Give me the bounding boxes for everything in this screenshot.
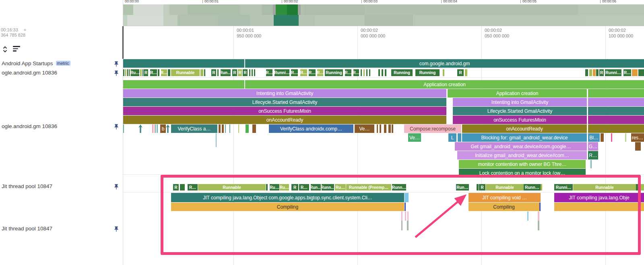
slice-marker[interactable]	[585, 69, 588, 76]
slice-marker[interactable]	[385, 69, 386, 76]
slice-marker[interactable]	[384, 124, 386, 133]
slice-marker[interactable]	[200, 69, 203, 76]
pin-icon[interactable]	[113, 70, 120, 77]
slice-marker[interactable]	[123, 80, 244, 89]
slice-marker[interactable]	[588, 98, 644, 106]
sidebar-track-label[interactable]: Jit thread pool 10847	[2, 183, 52, 189]
slice-main-thread-states[interactable]: R…	[291, 69, 298, 76]
slice-marker[interactable]	[465, 69, 467, 76]
slice-main-thread-states[interactable]: R	[238, 69, 242, 76]
slice-flame-row-8[interactable]: Initialize gmail_android_wear.device#com…	[457, 151, 587, 159]
instant-event-arrow[interactable]	[138, 124, 142, 133]
slice-flame-row-5[interactable]: b	[160, 124, 166, 133]
slice-flame-row-6[interactable]: Ve…	[408, 133, 421, 142]
slice-marker[interactable]	[229, 124, 230, 133]
slice-main-thread-states[interactable]: R…	[353, 69, 359, 76]
pin-icon[interactable]	[113, 184, 120, 190]
slice-marker[interactable]	[249, 69, 250, 76]
slice-flame-row-8[interactable]: R…	[588, 151, 598, 159]
slice-flame-row-5[interactable]: VerifyClass androidx.comp…	[269, 124, 353, 133]
slice-main-thread-states[interactable]: R	[599, 69, 604, 76]
slice-marker[interactable]	[168, 69, 170, 76]
slice-flame-row-2[interactable]: Intenting into GmailActivity	[453, 98, 587, 106]
slice-marker[interactable]	[157, 124, 158, 133]
slice-marker[interactable]	[366, 69, 367, 76]
slice-marker[interactable]	[361, 69, 362, 76]
slice-marker[interactable]	[601, 133, 604, 142]
slice-flame-row-5[interactable]: Ve…	[355, 124, 374, 133]
slice-marker[interactable]	[369, 69, 370, 76]
slice-metric-track[interactable]: com.google.android.gm	[245, 59, 644, 68]
slice-marker[interactable]	[588, 89, 644, 97]
slice-flame-row-5[interactable]: onAccountReady	[462, 124, 587, 133]
slice-main-thread-states[interactable]: Running	[325, 69, 343, 76]
slice-marker[interactable]	[590, 160, 592, 168]
slice-main-thread-states[interactable]: R	[211, 69, 216, 76]
slice-flame-row-0[interactable]: Application creation	[245, 80, 644, 89]
slice-main-thread-states[interactable]: R…	[266, 69, 272, 76]
slice-main-thread-states[interactable]: Runnable	[171, 69, 200, 76]
sidebar-track-label[interactable]: Android App Startupsmetric	[2, 60, 70, 66]
pin-icon[interactable]	[113, 124, 120, 130]
minimap-viewport-highlight-lower[interactable]	[274, 15, 299, 26]
slice-marker[interactable]	[127, 69, 128, 76]
slice-marker[interactable]	[123, 124, 124, 133]
slice-flame-row-3[interactable]: onSuccess FuturesMixin	[123, 107, 446, 115]
slice-marker[interactable]	[588, 107, 644, 115]
slice-marker[interactable]	[140, 69, 142, 76]
slice-marker[interactable]	[632, 69, 638, 76]
slice-marker[interactable]	[596, 69, 599, 76]
slice-main-thread-states[interactable]: R…	[150, 69, 157, 76]
pin-icon[interactable]	[113, 61, 120, 67]
slice-flame-row-4[interactable]: onSuccess FuturesMixin	[453, 116, 587, 124]
slice-marker[interactable]	[216, 133, 217, 147]
slice-marker[interactable]	[246, 124, 249, 133]
slice-marker[interactable]	[154, 124, 155, 133]
slice-main-thread-states[interactable]: Runni…	[605, 69, 621, 76]
slice-marker[interactable]	[254, 69, 255, 76]
slice-marker[interactable]	[443, 69, 444, 76]
slice-marker[interactable]	[377, 124, 378, 133]
slice-flame-row-2[interactable]: Lifecycle.Started GmailActivity	[123, 98, 446, 106]
slice-marker[interactable]	[380, 124, 381, 133]
slice-marker[interactable]	[125, 69, 126, 76]
slice-marker[interactable]	[222, 124, 224, 133]
slice-main-thread-states[interactable]: R…	[300, 69, 307, 76]
minimap-handle-right[interactable]	[298, 4, 301, 15]
slice-main-thread-states[interactable]: R	[232, 69, 237, 76]
slice-flame-row-9[interactable]: monitor contention with owner BG Thre…	[459, 160, 586, 168]
slice-marker[interactable]	[252, 124, 256, 133]
slice-main-thread-states[interactable]: R	[457, 69, 464, 76]
slice-marker[interactable]	[625, 133, 626, 142]
slice-flame-row-5[interactable]: Compose:recompose	[404, 124, 461, 133]
slice-marker[interactable]	[225, 124, 226, 133]
slice-main-thread-states[interactable]: R	[144, 69, 148, 76]
sidebar-track-label[interactable]: ogle.android.gm 10836	[2, 123, 57, 129]
slice-flame-row-7[interactable]: G…	[588, 142, 598, 151]
slice-marker[interactable]	[611, 133, 612, 142]
slice-marker[interactable]	[382, 69, 383, 76]
slice-marker[interactable]	[123, 59, 244, 68]
slice-marker[interactable]	[158, 69, 159, 76]
unfold-icon[interactable]	[1, 45, 9, 54]
slice-flame-row-6[interactable]: L	[448, 133, 456, 142]
slice-flame-row-1[interactable]: Intenting into GmailActivity	[123, 89, 446, 97]
slice-marker[interactable]	[635, 142, 641, 151]
slice-marker[interactable]	[142, 69, 143, 76]
slice-marker[interactable]	[588, 116, 644, 124]
slice-main-thread-states[interactable]: R…	[345, 69, 351, 76]
slice-marker[interactable]	[204, 69, 205, 76]
overview-minimap[interactable]	[123, 4, 644, 26]
slice-marker[interactable]	[219, 124, 221, 133]
slice-main-thread-states[interactable]: R	[243, 69, 248, 76]
slice-flame-row-5[interactable]: VerifyClass a…	[171, 124, 217, 133]
slice-marker[interactable]	[123, 69, 124, 76]
sort-icon[interactable]	[13, 46, 20, 53]
slice-flame-row-4[interactable]: onAccountReady	[123, 116, 446, 124]
slice-flame-row-6[interactable]: Bl…	[588, 133, 600, 142]
slice-marker[interactable]	[378, 69, 380, 76]
slice-main-thread-states[interactable]: Run…	[221, 69, 231, 76]
slice-marker[interactable]	[155, 124, 156, 133]
slice-main-thread-states[interactable]: Ru…	[131, 69, 139, 76]
slice-main-thread-states[interactable]: R…	[623, 69, 631, 76]
